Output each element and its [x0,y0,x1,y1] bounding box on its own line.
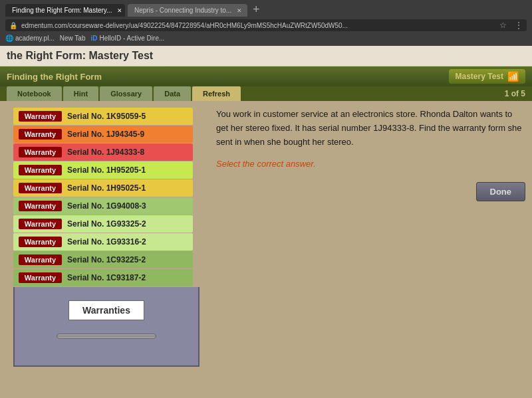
tab-1-close[interactable]: ✕ [117,7,122,14]
folder-item-7[interactable]: WarrantySerial No. 1G93316-2 [13,233,193,250]
tab-1[interactable]: Finding the Right Form: Mastery... ✕ [5,4,125,17]
bookmark-star-icon[interactable]: ☆ [499,21,507,30]
tab-refresh[interactable]: Refresh [192,86,241,101]
bookmarks-bar: 🌐 academy.pl... New Tab iD HelloID - Act… [5,33,527,43]
progress-counter: 1 of 5 [505,89,525,98]
tab-data[interactable]: Data [154,86,191,101]
bookmark-3-label: HelloID - Active Dire... [99,35,164,42]
app-header: Finding the Right Form Mastery Test 📶 [0,66,532,86]
bookmark-1-label: academy.pl... [15,35,55,42]
folder-item-1[interactable]: WarrantySerial No. 1J94345-9 [13,126,193,143]
folder-item-5[interactable]: WarrantySerial No. 1G94008-3 [13,197,193,215]
address-bar[interactable]: 🔒 edmentum.com/courseware-delivery/ua/49… [5,19,527,31]
tab-glossary[interactable]: Glossary [100,86,152,101]
folder-item-0[interactable]: WarrantySerial No. 1K95059-5 [13,108,193,125]
folder-serial-6: Serial No. 1G93325-2 [67,219,146,229]
folder-serial-3: Serial No. 1H95205-1 [67,165,146,175]
folder-item-8[interactable]: WarrantySerial No. 1C93225-2 [13,251,193,268]
folder-item-6[interactable]: WarrantySerial No. 1G93325-2 [13,215,193,233]
folder-serial-2: Serial No. 1J94333-8 [67,148,144,157]
folder-label-8: Warranty [19,254,62,265]
wifi-icon: 📶 [507,71,519,82]
done-button[interactable]: Done [476,182,526,201]
tab-notebook[interactable]: Notebook [7,86,62,101]
app-title: Finding the Right Form [7,72,102,82]
folder-label-5: Warranty [19,201,62,211]
main-content: Finding the Right Form Mastery Test 📶 No… [0,66,532,398]
tab-2-label: Nepris - Connecting Industry to... [134,7,231,14]
folder-item-4[interactable]: WarrantySerial No. 1H95025-1 [13,179,193,197]
browser-menu-icon[interactable]: ⋮ [515,21,523,30]
folder-stack: WarrantySerial No. 1K95059-5WarrantySeri… [13,108,200,287]
folder-serial-7: Serial No. 1G93316-2 [67,237,146,247]
tab-hint[interactable]: Hint [63,86,98,101]
folder-label-4: Warranty [19,183,62,193]
folder-serial-1: Serial No. 1J94345-9 [67,130,144,139]
drawer-label: Warranties [68,300,144,320]
folder-label-7: Warranty [19,237,62,247]
nav-tabs-left: Notebook Hint Glossary Data Refresh [7,86,241,101]
folder-item-3[interactable]: WarrantySerial No. 1H95205-1 [13,161,193,179]
description-text: You work in customer service at an elect… [216,108,525,149]
address-text: edmentum.com/courseware-delivery/ua/4902… [21,22,495,29]
folder-label-2: Warranty [19,147,62,157]
bookmark-1-icon: 🌐 [5,35,13,42]
content-area: WarrantySerial No. 1K95059-5WarrantySeri… [0,101,532,398]
mastery-label: Mastery Test [456,72,503,81]
folder-serial-9: Serial No. 1C93187-2 [67,273,146,282]
page-title: the Right Form: Mastery Test [0,46,532,66]
folder-label-0: Warranty [19,111,62,122]
bookmark-2-label: New Tab [60,35,86,42]
folder-serial-5: Serial No. 1G94008-3 [67,201,146,211]
bookmark-1[interactable]: 🌐 academy.pl... [5,35,55,42]
folder-serial-0: Serial No. 1K95059-5 [67,112,146,121]
folder-item-9[interactable]: WarrantySerial No. 1C93187-2 [13,269,193,286]
hellogo-icon: iD [90,35,97,42]
mastery-badge: Mastery Test 📶 [449,69,525,84]
drawer-handle[interactable] [57,334,156,339]
folder-label-6: Warranty [19,219,62,229]
text-panel: You work in customer service at an elect… [216,108,525,398]
folder-serial-8: Serial No. 1C93225-2 [67,255,146,264]
folder-serial-4: Serial No. 1H95025-1 [67,183,146,193]
cabinet-drawer: Warranties [13,287,200,367]
new-tab-button[interactable]: + [250,3,263,17]
tab-2-close[interactable]: ✕ [237,7,242,14]
bookmark-2[interactable]: New Tab [60,35,86,42]
tab-bar: Finding the Right Form: Mastery... ✕ Nep… [5,3,527,17]
tab-1-label: Finding the Right Form: Mastery... [12,7,112,14]
folder-label-9: Warranty [19,272,62,283]
folder-item-2[interactable]: WarrantySerial No. 1J94333-8 [13,144,193,161]
select-prompt: Select the correct answer. [216,159,525,169]
bookmark-3[interactable]: iD HelloID - Active Dire... [90,35,164,42]
folder-label-3: Warranty [19,165,62,175]
nav-tabs: Notebook Hint Glossary Data Refresh 1 of… [0,86,532,101]
tab-2[interactable]: Nepris - Connecting Industry to... ✕ [128,4,247,17]
address-lock-icon: 🔒 [9,22,17,29]
filing-cabinet-panel: WarrantySerial No. 1K95059-5WarrantySeri… [7,108,206,398]
browser-chrome: Finding the Right Form: Mastery... ✕ Nep… [0,0,532,46]
folder-label-1: Warranty [19,129,62,140]
